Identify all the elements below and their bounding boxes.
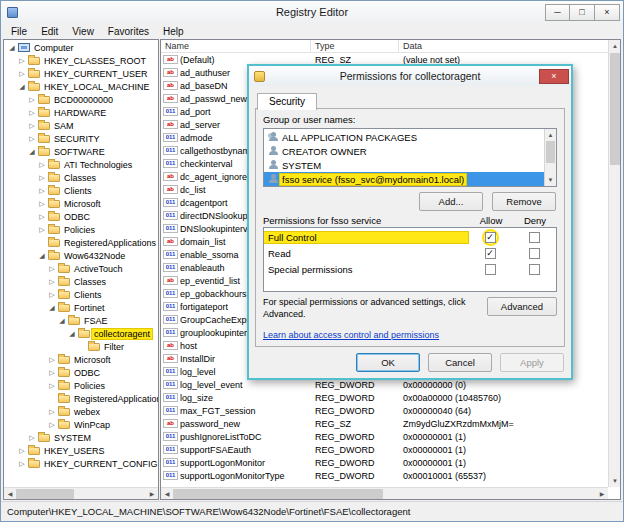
allow-checkbox-full-control[interactable]: ✓ [485,232,496,243]
scroll-right-icon[interactable]: ▶ [146,488,158,500]
tree-item-hkey-users[interactable]: ▷HKEY_USERS [4,444,158,457]
tree-item-clients[interactable]: ▷Clients [4,184,158,197]
scroll-down-icon[interactable]: ▼ [545,174,556,186]
collapsed-arrow-icon[interactable]: ▷ [27,119,37,132]
tree-item-system[interactable]: ▷SYSTEM [4,431,158,444]
collapsed-arrow-icon[interactable]: ▷ [27,93,37,106]
tree-item-classes[interactable]: ▷Classes [4,275,158,288]
group-user-item[interactable]: SYSTEM [264,158,544,172]
group-user-item[interactable]: CREATOR OWNER [264,144,544,158]
tree-item-bcd00000000[interactable]: ▷BCD00000000 [4,93,158,106]
tree-item-collectoragent[interactable]: ◢collectoragent [4,327,158,340]
remove-button[interactable]: Remove [492,192,556,211]
allow-checkbox-special-permissions[interactable] [485,264,496,275]
expanded-arrow-icon[interactable]: ◢ [47,301,57,314]
scroll-up-icon[interactable]: ▲ [545,129,556,141]
values-vertical-scrollbar[interactable]: ▲ ▼ [608,40,620,487]
tree-horizontal-scrollbar[interactable]: ◀ ▶ [4,487,158,499]
cancel-button[interactable]: Cancel [428,353,492,372]
menu-view[interactable]: View [65,25,101,38]
tab-security[interactable]: Security [257,93,317,110]
tree-item-filter[interactable]: Filter [4,340,158,353]
collapsed-arrow-icon[interactable]: ▷ [47,353,57,366]
tree-item-wow6432node[interactable]: ◢Wow6432Node [4,249,158,262]
minimize-button[interactable]: ─ [545,4,570,21]
learn-link[interactable]: Learn about access control and permissio… [263,330,439,340]
collapsed-arrow-icon[interactable]: ▷ [37,184,47,197]
tree-item-hkey-current-config[interactable]: ▷HKEY_CURRENT_CONFIG [4,457,158,470]
column-header-data[interactable]: Data [399,40,608,52]
collapsed-arrow-icon[interactable]: ▷ [37,223,47,236]
tree-item-winpcap[interactable]: ▷WinPcap [4,418,158,431]
collapsed-arrow-icon[interactable]: ▷ [47,379,57,392]
menu-help[interactable]: Help [156,25,191,38]
tree-item-hardware[interactable]: ▷HARDWARE [4,106,158,119]
collapsed-arrow-icon[interactable]: ▷ [37,197,47,210]
collapsed-arrow-icon[interactable]: ▷ [47,262,57,275]
column-header-name[interactable]: Name [161,40,311,52]
collapsed-arrow-icon[interactable]: ▷ [17,444,27,457]
collapsed-arrow-icon[interactable]: ▷ [47,288,57,301]
tree-item-classes[interactable]: ▷Classes [4,171,158,184]
registry-value-row[interactable]: 011supportLogonMonitorREG_DWORD0x0000000… [161,456,608,469]
registry-value-row[interactable]: 011log_sizeREG_DWORD0x00a00000 (10485760… [161,391,608,404]
collapsed-arrow-icon[interactable]: ▷ [27,106,37,119]
menu-edit[interactable]: Edit [34,25,65,38]
tree-item-computer[interactable]: ◢Computer [4,41,158,54]
deny-checkbox-read[interactable] [529,248,540,259]
expanded-arrow-icon[interactable]: ◢ [7,41,17,54]
tree-item-odbc[interactable]: ▷ODBC [4,210,158,223]
collapsed-arrow-icon[interactable]: ▷ [37,171,47,184]
values-horizontal-scrollbar[interactable]: ◀ ▶ [161,487,608,499]
tree-item-hkey-current-user[interactable]: ▷HKEY_CURRENT_USER [4,67,158,80]
tree-item-clients[interactable]: ▷Clients [4,288,158,301]
tree-item-software[interactable]: ◢SOFTWARE [4,145,158,158]
tree-item-activetouch[interactable]: ▷ActiveTouch [4,262,158,275]
expanded-arrow-icon[interactable]: ◢ [57,314,67,327]
tree-item-webex[interactable]: ▷webex [4,405,158,418]
scroll-up-icon[interactable]: ▲ [609,40,621,52]
collapsed-arrow-icon[interactable]: ▷ [47,405,57,418]
registry-value-row[interactable]: 011supportFSAEauthREG_DWORD0x00000001 (1… [161,443,608,456]
tree-item-hkey-classes-root[interactable]: ▷HKEY_CLASSES_ROOT [4,54,158,67]
tree-item-microsoft[interactable]: ▷Microsoft [4,197,158,210]
expanded-arrow-icon[interactable]: ◢ [67,327,77,340]
collapsed-arrow-icon[interactable]: ▷ [47,366,57,379]
collapsed-arrow-icon[interactable]: ▷ [17,54,27,67]
column-header-type[interactable]: Type [311,40,399,52]
advanced-button[interactable]: Advanced [487,297,557,316]
group-list-scrollbar[interactable]: ▲ ▼ [544,129,556,186]
collapsed-arrow-icon[interactable]: ▷ [47,418,57,431]
ok-button[interactable]: OK [356,353,420,372]
group-user-item[interactable]: fsso service (fsso_svc@mydomain01.local) [264,172,544,186]
registry-value-row[interactable]: abpassword_newREG_SZZm9ydGluZXRzdmMxMjM= [161,417,608,430]
collapsed-arrow-icon[interactable]: ▷ [27,431,37,444]
collapsed-arrow-icon[interactable]: ▷ [47,275,57,288]
tree-hscroll-thumb[interactable] [16,489,74,499]
tree-item-hkey-local-machine[interactable]: ◢HKEY_LOCAL_MACHINE [4,80,158,93]
dialog-close-button[interactable]: × [539,69,569,84]
dialog-title-bar[interactable]: Permissions for collectoragent × [249,66,571,86]
menu-favorites[interactable]: Favorites [101,25,156,38]
menu-file[interactable]: File [4,25,34,38]
maximize-button[interactable]: □ [570,4,595,21]
add-button[interactable]: Add... [419,192,483,211]
apply-button[interactable]: Apply [500,353,564,372]
allow-checkbox-read[interactable]: ✓ [485,248,496,259]
registry-value-row[interactable]: 011supportLogonMonitorTypeREG_DWORD0x000… [161,469,608,482]
tree-item-registeredapplications[interactable]: RegisteredApplications [4,236,158,249]
values-hscroll-thumb[interactable] [173,489,383,499]
expanded-arrow-icon[interactable]: ◢ [37,249,47,262]
scroll-left-icon[interactable]: ◀ [4,488,16,500]
tree-item-security[interactable]: ▷SECURITY [4,132,158,145]
collapsed-arrow-icon[interactable]: ▷ [17,67,27,80]
scroll-left-icon[interactable]: ◀ [161,488,173,500]
values-vscroll-thumb[interactable] [610,53,620,165]
tree-item-odbc[interactable]: ▷ODBC [4,366,158,379]
group-list-scroll-thumb[interactable] [546,141,555,163]
expanded-arrow-icon[interactable]: ◢ [17,80,27,93]
title-bar[interactable]: Registry Editor ─ □ × [1,1,623,23]
deny-checkbox-special-permissions[interactable] [529,264,540,275]
scroll-right-icon[interactable]: ▶ [596,488,608,500]
group-user-item[interactable]: ALL APPLICATION PACKAGES [264,130,544,144]
